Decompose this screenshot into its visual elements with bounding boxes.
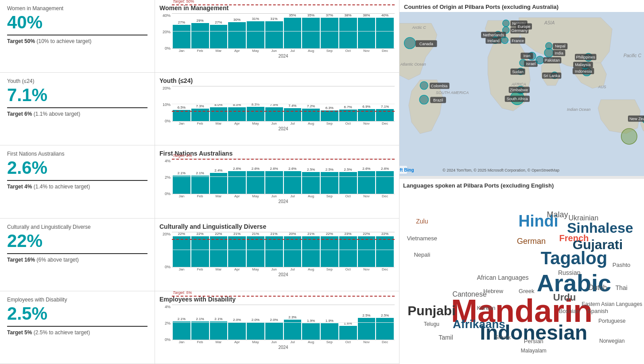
chart-title: First Nations Australians (159, 150, 395, 157)
word-cloud-item: Spanish (587, 308, 608, 314)
month-label: Sep (321, 121, 338, 125)
word-cloud-item: Dutch (589, 284, 607, 291)
target-label: Target: 4% (173, 153, 192, 158)
y-label: 20% (159, 232, 171, 236)
kpi-title: Youth (≤24) (7, 78, 147, 84)
svg-text:⊞ Microsoft Bing: ⊞ Microsoft Bing (400, 168, 414, 172)
month-label: Apr (228, 267, 246, 271)
svg-text:SOUTH AMERICA: SOUTH AMERICA (436, 90, 469, 95)
month-label: Sep (321, 194, 338, 198)
map-container: Atlantic Ocean SOUTH AMERICA AFRICA ASIA… (400, 12, 644, 176)
month-label: Feb (191, 194, 209, 198)
month-label: May (247, 194, 264, 198)
month-label: May (247, 267, 264, 271)
svg-text:AUS: AUS (597, 85, 606, 89)
chart-panel-youth-chart: Youth (≤24)20%10%0%6.5%7.3%8.0%8.0%8.3%7… (155, 73, 399, 145)
map-title: Countries of Origin at Pilbara Ports (ex… (400, 0, 644, 12)
svg-point-74 (621, 129, 637, 145)
chart-grid (172, 13, 395, 49)
target-label: Target: 50% (173, 0, 194, 4)
month-label: Jun (265, 340, 283, 344)
word-cloud-item: Bosnian (559, 308, 580, 314)
month-label: Nov (358, 267, 376, 271)
y-label: 20% (159, 86, 171, 90)
kpi-value: 2.6% (7, 158, 147, 177)
month-label: Apr (228, 121, 246, 125)
word-cloud-item: Urdu (553, 293, 576, 302)
word-cloud-item: Malayalam (521, 348, 547, 353)
month-labels: JanFebMarAprMayJunJulAugSepOctNovDec (172, 121, 395, 125)
main-grid: Women in Management 40% Target 50% (10% … (0, 0, 644, 364)
svg-text:India: India (555, 51, 563, 55)
word-cloud-item: Cantonese (452, 291, 486, 298)
month-label: Nov (358, 194, 376, 198)
svg-point-24 (501, 37, 508, 43)
word-cloud-item: Vietnamese (407, 235, 437, 241)
month-label: Sep (321, 49, 338, 53)
month-label: Oct (339, 121, 357, 125)
month-label: Feb (191, 121, 209, 125)
chart-title: Youth (≤24) (159, 77, 395, 84)
chart-year: 2024 (172, 345, 395, 350)
svg-text:Netherlands: Netherlands (483, 33, 504, 37)
month-label: Apr (228, 49, 246, 53)
chart-grid (172, 305, 395, 340)
month-label: Aug (302, 49, 320, 53)
y-label: 0% (159, 265, 171, 269)
month-label: Nov (358, 340, 376, 344)
chart-year: 2024 (172, 199, 395, 204)
map-panel: Countries of Origin at Pilbara Ports (ex… (400, 0, 644, 179)
word-cloud-item: Russian (558, 270, 581, 276)
month-label: Dec (376, 194, 394, 198)
svg-text:Arctic C: Arctic C (411, 25, 426, 30)
target-line (172, 111, 395, 112)
word-cloud-item: Afrikaans (453, 318, 505, 330)
y-label: 4% (159, 305, 171, 309)
kpi-target: Target 5% (2.5% to achieve target) (7, 329, 147, 336)
month-label: Jan (173, 267, 190, 271)
word-cloud-item: French (559, 234, 589, 243)
month-labels: JanFebMarAprMayJunJulAugSepOctNovDec (172, 340, 395, 344)
y-label: 2% (159, 321, 171, 325)
kpi-title: Employees with Disability (7, 297, 147, 303)
month-label: Mar (210, 340, 228, 344)
month-label: Feb (191, 340, 209, 344)
chart-title: Culturally and Linguistically Diverse (159, 223, 395, 230)
month-label: Jan (173, 340, 190, 344)
svg-point-50 (536, 56, 544, 64)
word-cloud-item: Portuguese (598, 318, 625, 324)
word-cloud-item: Ukrainian (569, 215, 599, 222)
month-label: Oct (339, 194, 357, 198)
kpi-title: First Nations Australians (7, 151, 147, 157)
month-label: Aug (302, 121, 320, 125)
svg-text:Pacific C: Pacific C (624, 53, 642, 58)
svg-text:Zimbabwe: Zimbabwe (510, 88, 528, 92)
chart-year: 2024 (172, 272, 395, 277)
svg-point-29 (420, 82, 428, 90)
month-label: Jul (284, 267, 302, 271)
word-cloud-item: Telugu (424, 321, 439, 327)
month-label: Sep (321, 340, 338, 344)
month-label: May (247, 121, 264, 125)
kpi-divider (7, 35, 147, 35)
month-label: Jul (284, 121, 302, 125)
target-line (172, 4, 395, 5)
chart-year: 2024 (172, 126, 395, 131)
kpi-value: 2.5% (7, 304, 147, 323)
month-label: Jul (284, 49, 302, 53)
chart-title: Women in Management (159, 4, 395, 12)
month-label: Jun (265, 194, 283, 198)
svg-text:Pakistan: Pakistan (545, 58, 560, 63)
month-label: Feb (191, 267, 209, 271)
target-line (172, 296, 395, 297)
svg-text:Sri Lanka: Sri Lanka (543, 74, 560, 78)
svg-text:France: France (512, 39, 524, 43)
month-label: Dec (376, 49, 394, 53)
chart-grid (172, 232, 395, 267)
word-cloud-item: Greek (519, 288, 534, 294)
svg-text:© 2024 TomTom, © 2025 Microsof: © 2024 TomTom, © 2025 Microsoft Corporat… (442, 168, 559, 172)
month-label: Dec (376, 267, 394, 271)
word-cloud-item: Slovak (495, 335, 511, 340)
wordcloud-panel: Languages spoken at Pilbara Ports (exclu… (400, 179, 644, 364)
word-cloud-item: Norwegian (599, 338, 625, 344)
